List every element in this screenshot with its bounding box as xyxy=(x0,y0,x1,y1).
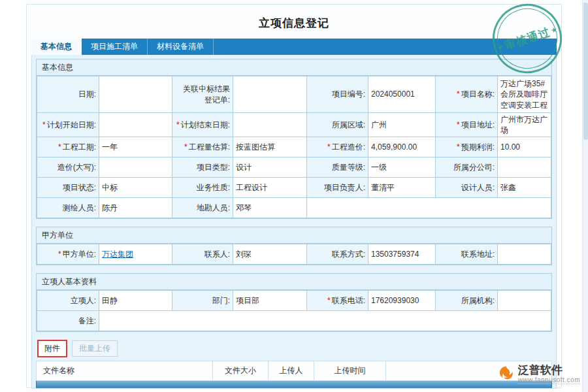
section-basic-info: 基本信息 日期: 关联中标结果登记单: 项目编号: 2024050001 *项目… xyxy=(36,59,552,219)
label-text: 项目名称: xyxy=(461,90,495,99)
table-row: 项目状态: 中标 业务性质: 工程设计 项目负责人: 董清平 设计人员: 张鑫 xyxy=(37,178,551,198)
page: ★ 审核通过 ★ 立项信息登记 基本信息 项目施工清单 材料设备清单 基本信息 xyxy=(0,0,588,392)
label-text: 工程工期: xyxy=(63,142,96,152)
field-value: 一级 xyxy=(368,157,436,178)
field-value: 17620939030 xyxy=(368,291,436,311)
tab-project-construction-list[interactable]: 项目施工清单 xyxy=(82,39,148,55)
table-row: 日期: 关联中标结果登记单: 项目编号: 2024050001 *项目名称: 万… xyxy=(37,76,551,113)
party-a-link[interactable]: 万达集团 xyxy=(102,250,133,259)
required-star: * xyxy=(327,296,331,305)
field-label: 设计人员: xyxy=(436,178,498,198)
remark-value xyxy=(99,311,551,331)
table-row: *计划开始日期: *计划结束日期: 所属区域: 广州 *项目地址: 广州市万达广… xyxy=(37,113,551,137)
field-value xyxy=(99,157,172,178)
field-value xyxy=(498,244,551,265)
label-text: 项目地址: xyxy=(461,120,495,129)
field-label: 关联中标结果登记单: xyxy=(172,76,233,113)
table-row: *工程工期: 一年 *工程量估算: 按蓝图估算 *工程造价: 4,059,900… xyxy=(37,137,551,157)
field-value: 万达广场35#会所及咖啡厅空调安装工程 xyxy=(498,76,551,113)
required-star: * xyxy=(42,120,46,129)
label-text: 项目负责人: xyxy=(324,183,365,192)
field-value: 董清平 xyxy=(368,178,436,198)
field-value xyxy=(99,76,172,113)
fanpu-logo-icon xyxy=(497,365,515,383)
label-text: 地勘人员: xyxy=(197,203,230,212)
field-label: 部门: xyxy=(172,291,233,311)
table-row: 造价(大写): 项目类型: 设计 质量等级: 一级 所属分公司: xyxy=(37,157,551,178)
required-star: * xyxy=(457,90,460,99)
basic-info-table: 日期: 关联中标结果登记单: 项目编号: 2024050001 *项目名称: 万… xyxy=(37,76,551,218)
field-label: 测绘人员: xyxy=(37,198,99,218)
attachment-header-row: 文件名称 文件大小 上传人 上传时间 xyxy=(37,361,552,381)
field-label: 联系地址: xyxy=(436,244,498,265)
field-label: 质量等级: xyxy=(307,157,368,178)
field-value xyxy=(233,113,307,137)
field-label: 业务性质: xyxy=(172,178,233,198)
label-text: 工程造价: xyxy=(332,142,365,152)
field-label: 造价(大写): xyxy=(37,157,99,178)
scrollbar-thumb[interactable] xyxy=(583,3,588,140)
field-label: 所属机构: xyxy=(436,291,498,311)
label-text: 计划开始日期: xyxy=(47,120,96,129)
batch-upload-button[interactable]: 批量上传 xyxy=(72,340,118,357)
field-label: 立项人: xyxy=(37,291,99,311)
field-label: 日期: xyxy=(37,76,99,113)
field-value: 4,059,900.00 xyxy=(368,137,436,157)
label-text: 部门: xyxy=(212,296,230,305)
required-star: * xyxy=(176,120,180,129)
label-text: 业务性质: xyxy=(197,183,230,192)
field-value xyxy=(498,291,551,311)
table-row: 测绘人员: 陈丹 地勘人员: 邓琴 xyxy=(37,198,551,218)
form-content: 基本信息 日期: 关联中标结果登记单: 项目编号: 2024050001 *项目… xyxy=(31,55,557,389)
tab-material-equipment-list[interactable]: 材料设备清单 xyxy=(148,39,214,55)
header-file-name: 文件名称 xyxy=(37,361,213,381)
label-text: 工程量估算: xyxy=(189,142,230,152)
label-text: 日期: xyxy=(78,90,96,99)
field-label: 所属分公司: xyxy=(436,157,498,178)
label-text: 造价(大写): xyxy=(57,163,96,172)
table-row: 备注: xyxy=(37,311,551,331)
label-text: 质量等级: xyxy=(332,163,365,172)
attachment-button[interactable]: 附件 xyxy=(37,340,67,357)
brand-url: www.fanpusoft.com xyxy=(518,376,580,384)
fanpu-logo: 泛普软件 www.fanpusoft.com xyxy=(497,365,580,384)
field-label: *计划开始日期: xyxy=(37,113,99,137)
label-text: 项目编号: xyxy=(332,90,365,99)
field-value: 万达集团 xyxy=(99,244,172,265)
scrollbar[interactable] xyxy=(582,0,588,392)
field-label: *工程工期: xyxy=(37,137,99,157)
field-label: *预期利润: xyxy=(436,137,498,157)
label-text: 联系电话: xyxy=(332,296,365,305)
label-text: 计划结束日期: xyxy=(181,120,230,129)
required-star: * xyxy=(327,142,331,152)
table-footer-bar xyxy=(36,381,552,389)
empty-cell xyxy=(307,198,551,218)
brand-name: 泛普软件 xyxy=(518,365,580,376)
label-text: 备注: xyxy=(78,316,96,325)
required-star: * xyxy=(457,142,460,152)
header-file-size: 文件大小 xyxy=(213,361,269,381)
field-value: 广州市万达广场 xyxy=(498,113,551,137)
tab-basic-info[interactable]: 基本信息 xyxy=(31,39,82,55)
field-value: 工程设计 xyxy=(233,178,307,198)
tab-bar: 基本信息 项目施工清单 材料设备清单 xyxy=(31,39,557,55)
field-value: 一年 xyxy=(99,137,172,157)
label-text: 所属分公司: xyxy=(453,163,495,172)
field-label: *甲方单位: xyxy=(37,244,99,265)
label-text: 联系方式: xyxy=(332,250,365,259)
field-label: *工程造价: xyxy=(307,137,368,157)
field-value: 按蓝图估算 xyxy=(233,137,307,157)
field-value: 13503759374 xyxy=(368,244,436,265)
field-value: 张鑫 xyxy=(498,178,551,198)
header-uploader: 上传人 xyxy=(269,361,314,381)
label-text: 联系人: xyxy=(204,250,230,259)
page-title: 立项信息登记 xyxy=(27,16,561,31)
label-text: 联系地址: xyxy=(461,250,495,259)
field-value: 陈丹 xyxy=(99,198,172,218)
field-label: *项目名称: xyxy=(436,76,498,113)
field-value: 10.00 xyxy=(498,137,551,157)
section-party-a: 甲方单位 *甲方单位: 万达集团 联系人: 刘琛 联系方式: 135037593… xyxy=(36,227,552,265)
field-value: 刘琛 xyxy=(233,244,307,265)
table-row: *甲方单位: 万达集团 联系人: 刘琛 联系方式: 13503759374 联系… xyxy=(37,244,551,265)
main-panel: 立项信息登记 基本信息 项目施工清单 材料设备清单 基本信息 日期: 关联 xyxy=(26,4,562,388)
